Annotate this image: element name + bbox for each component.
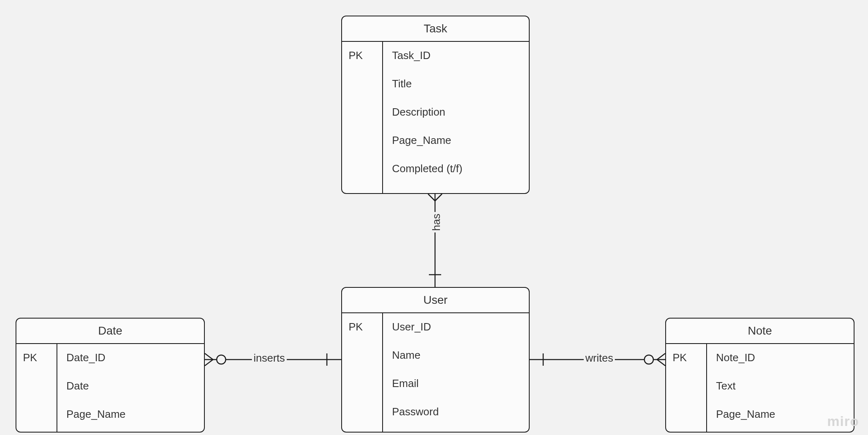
- svg-point-7: [217, 355, 226, 364]
- entity-note-pk: PK: [666, 344, 707, 433]
- entity-date-title: Date: [16, 319, 204, 344]
- entity-date-attr: Date_ID: [66, 351, 204, 364]
- entity-task-title: Task: [342, 16, 529, 42]
- entity-date-attr: Date: [66, 380, 204, 392]
- entity-note-attr: Text: [716, 380, 854, 392]
- entity-task-attr: Title: [392, 77, 529, 90]
- rel-label-inserts: inserts: [252, 352, 287, 364]
- svg-line-11: [657, 353, 665, 360]
- entity-user-pk: PK: [342, 313, 383, 433]
- entity-task-pk: PK: [342, 42, 383, 194]
- entity-user-attr: Name: [392, 349, 529, 362]
- entity-user-title: User: [342, 288, 529, 313]
- entity-task-attr: Page_Name: [392, 134, 529, 147]
- entity-date-pk: PK: [16, 344, 57, 433]
- svg-line-1: [428, 194, 435, 201]
- svg-line-12: [657, 360, 665, 366]
- entity-user-attr: Email: [392, 377, 529, 390]
- entity-note-title: Note: [666, 319, 854, 344]
- entity-note[interactable]: Note PK Note_ID Text Page_Name: [665, 318, 854, 433]
- entity-user-attr: Password: [392, 405, 529, 418]
- svg-line-5: [205, 353, 213, 360]
- svg-line-6: [205, 360, 213, 366]
- entity-note-attr: Note_ID: [716, 351, 854, 364]
- entity-task-attr: Description: [392, 106, 529, 118]
- rel-label-writes: writes: [584, 352, 615, 364]
- rel-label-has: has: [430, 212, 443, 232]
- entity-task-attr: Completed (t/f): [392, 162, 529, 175]
- entity-date[interactable]: Date PK Date_ID Date Page_Name: [16, 318, 205, 433]
- svg-line-2: [435, 194, 442, 201]
- miro-watermark: miro: [827, 413, 859, 429]
- svg-point-13: [644, 355, 653, 364]
- entity-date-attr: Page_Name: [66, 408, 204, 421]
- entity-user[interactable]: User PK User_ID Name Email Password: [341, 287, 530, 433]
- entity-user-attr: User_ID: [392, 321, 529, 333]
- entity-task[interactable]: Task PK Task_ID Title Description Page_N…: [341, 16, 530, 194]
- entity-task-attr: Task_ID: [392, 49, 529, 62]
